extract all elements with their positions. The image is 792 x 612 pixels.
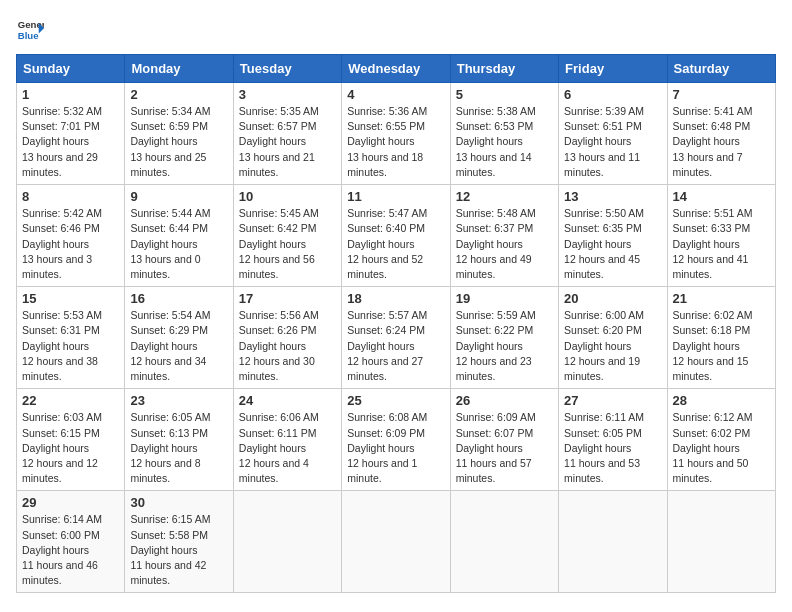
logo: General Blue <box>16 16 44 44</box>
day-info: Sunrise: 6:05 AMSunset: 6:13 PMDaylight … <box>130 410 227 486</box>
day-number: 26 <box>456 393 553 408</box>
calendar-table: SundayMondayTuesdayWednesdayThursdayFrid… <box>16 54 776 593</box>
calendar-cell: 16 Sunrise: 5:54 AMSunset: 6:29 PMDaylig… <box>125 287 233 389</box>
calendar-cell: 24 Sunrise: 6:06 AMSunset: 6:11 PMDaylig… <box>233 389 341 491</box>
day-number: 14 <box>673 189 770 204</box>
day-info: Sunrise: 6:06 AMSunset: 6:11 PMDaylight … <box>239 410 336 486</box>
day-number: 28 <box>673 393 770 408</box>
day-number: 2 <box>130 87 227 102</box>
day-number: 10 <box>239 189 336 204</box>
calendar-cell: 10 Sunrise: 5:45 AMSunset: 6:42 PMDaylig… <box>233 185 341 287</box>
calendar-cell: 1 Sunrise: 5:32 AMSunset: 7:01 PMDayligh… <box>17 83 125 185</box>
weekday-header-row: SundayMondayTuesdayWednesdayThursdayFrid… <box>17 55 776 83</box>
calendar-row-3: 15 Sunrise: 5:53 AMSunset: 6:31 PMDaylig… <box>17 287 776 389</box>
day-number: 13 <box>564 189 661 204</box>
day-info: Sunrise: 6:11 AMSunset: 6:05 PMDaylight … <box>564 410 661 486</box>
calendar-cell: 25 Sunrise: 6:08 AMSunset: 6:09 PMDaylig… <box>342 389 450 491</box>
calendar-cell: 27 Sunrise: 6:11 AMSunset: 6:05 PMDaylig… <box>559 389 667 491</box>
day-number: 21 <box>673 291 770 306</box>
calendar-cell: 29 Sunrise: 6:14 AMSunset: 6:00 PMDaylig… <box>17 491 125 593</box>
calendar-cell: 4 Sunrise: 5:36 AMSunset: 6:55 PMDayligh… <box>342 83 450 185</box>
day-number: 23 <box>130 393 227 408</box>
weekday-header-friday: Friday <box>559 55 667 83</box>
day-info: Sunrise: 5:42 AMSunset: 6:46 PMDaylight … <box>22 206 119 282</box>
day-number: 9 <box>130 189 227 204</box>
day-info: Sunrise: 5:47 AMSunset: 6:40 PMDaylight … <box>347 206 444 282</box>
day-number: 4 <box>347 87 444 102</box>
calendar-cell: 14 Sunrise: 5:51 AMSunset: 6:33 PMDaylig… <box>667 185 775 287</box>
day-info: Sunrise: 6:09 AMSunset: 6:07 PMDaylight … <box>456 410 553 486</box>
day-info: Sunrise: 5:36 AMSunset: 6:55 PMDaylight … <box>347 104 444 180</box>
calendar-cell: 17 Sunrise: 5:56 AMSunset: 6:26 PMDaylig… <box>233 287 341 389</box>
day-number: 20 <box>564 291 661 306</box>
day-number: 1 <box>22 87 119 102</box>
day-info: Sunrise: 5:48 AMSunset: 6:37 PMDaylight … <box>456 206 553 282</box>
day-number: 8 <box>22 189 119 204</box>
calendar-cell <box>342 491 450 593</box>
calendar-row-2: 8 Sunrise: 5:42 AMSunset: 6:46 PMDayligh… <box>17 185 776 287</box>
day-info: Sunrise: 5:50 AMSunset: 6:35 PMDaylight … <box>564 206 661 282</box>
day-info: Sunrise: 6:08 AMSunset: 6:09 PMDaylight … <box>347 410 444 486</box>
day-number: 29 <box>22 495 119 510</box>
day-number: 18 <box>347 291 444 306</box>
day-info: Sunrise: 5:59 AMSunset: 6:22 PMDaylight … <box>456 308 553 384</box>
day-number: 7 <box>673 87 770 102</box>
weekday-header-sunday: Sunday <box>17 55 125 83</box>
calendar-cell: 21 Sunrise: 6:02 AMSunset: 6:18 PMDaylig… <box>667 287 775 389</box>
calendar-cell: 23 Sunrise: 6:05 AMSunset: 6:13 PMDaylig… <box>125 389 233 491</box>
calendar-cell: 22 Sunrise: 6:03 AMSunset: 6:15 PMDaylig… <box>17 389 125 491</box>
page-header: General Blue <box>16 16 776 44</box>
day-info: Sunrise: 5:38 AMSunset: 6:53 PMDaylight … <box>456 104 553 180</box>
day-info: Sunrise: 5:34 AMSunset: 6:59 PMDaylight … <box>130 104 227 180</box>
day-info: Sunrise: 6:02 AMSunset: 6:18 PMDaylight … <box>673 308 770 384</box>
day-number: 3 <box>239 87 336 102</box>
day-number: 6 <box>564 87 661 102</box>
calendar-row-4: 22 Sunrise: 6:03 AMSunset: 6:15 PMDaylig… <box>17 389 776 491</box>
day-info: Sunrise: 5:57 AMSunset: 6:24 PMDaylight … <box>347 308 444 384</box>
day-info: Sunrise: 6:15 AMSunset: 5:58 PMDaylight … <box>130 512 227 588</box>
calendar-cell <box>450 491 558 593</box>
day-number: 24 <box>239 393 336 408</box>
day-info: Sunrise: 6:03 AMSunset: 6:15 PMDaylight … <box>22 410 119 486</box>
calendar-cell <box>667 491 775 593</box>
calendar-cell: 12 Sunrise: 5:48 AMSunset: 6:37 PMDaylig… <box>450 185 558 287</box>
day-info: Sunrise: 5:35 AMSunset: 6:57 PMDaylight … <box>239 104 336 180</box>
weekday-header-monday: Monday <box>125 55 233 83</box>
day-number: 15 <box>22 291 119 306</box>
day-info: Sunrise: 5:41 AMSunset: 6:48 PMDaylight … <box>673 104 770 180</box>
weekday-header-tuesday: Tuesday <box>233 55 341 83</box>
day-number: 19 <box>456 291 553 306</box>
day-number: 17 <box>239 291 336 306</box>
calendar-cell: 5 Sunrise: 5:38 AMSunset: 6:53 PMDayligh… <box>450 83 558 185</box>
day-info: Sunrise: 5:51 AMSunset: 6:33 PMDaylight … <box>673 206 770 282</box>
weekday-header-wednesday: Wednesday <box>342 55 450 83</box>
calendar-cell: 20 Sunrise: 6:00 AMSunset: 6:20 PMDaylig… <box>559 287 667 389</box>
day-info: Sunrise: 6:12 AMSunset: 6:02 PMDaylight … <box>673 410 770 486</box>
calendar-cell: 19 Sunrise: 5:59 AMSunset: 6:22 PMDaylig… <box>450 287 558 389</box>
day-info: Sunrise: 5:32 AMSunset: 7:01 PMDaylight … <box>22 104 119 180</box>
day-number: 25 <box>347 393 444 408</box>
calendar-cell: 28 Sunrise: 6:12 AMSunset: 6:02 PMDaylig… <box>667 389 775 491</box>
day-info: Sunrise: 6:00 AMSunset: 6:20 PMDaylight … <box>564 308 661 384</box>
day-number: 12 <box>456 189 553 204</box>
calendar-cell: 30 Sunrise: 6:15 AMSunset: 5:58 PMDaylig… <box>125 491 233 593</box>
calendar-cell: 6 Sunrise: 5:39 AMSunset: 6:51 PMDayligh… <box>559 83 667 185</box>
calendar-cell <box>559 491 667 593</box>
svg-text:Blue: Blue <box>18 30 39 41</box>
day-number: 22 <box>22 393 119 408</box>
logo-icon: General Blue <box>16 16 44 44</box>
calendar-cell: 8 Sunrise: 5:42 AMSunset: 6:46 PMDayligh… <box>17 185 125 287</box>
day-info: Sunrise: 5:53 AMSunset: 6:31 PMDaylight … <box>22 308 119 384</box>
day-info: Sunrise: 5:45 AMSunset: 6:42 PMDaylight … <box>239 206 336 282</box>
day-info: Sunrise: 5:56 AMSunset: 6:26 PMDaylight … <box>239 308 336 384</box>
weekday-header-thursday: Thursday <box>450 55 558 83</box>
day-number: 27 <box>564 393 661 408</box>
calendar-row-5: 29 Sunrise: 6:14 AMSunset: 6:00 PMDaylig… <box>17 491 776 593</box>
day-info: Sunrise: 5:54 AMSunset: 6:29 PMDaylight … <box>130 308 227 384</box>
calendar-cell: 9 Sunrise: 5:44 AMSunset: 6:44 PMDayligh… <box>125 185 233 287</box>
calendar-cell: 2 Sunrise: 5:34 AMSunset: 6:59 PMDayligh… <box>125 83 233 185</box>
calendar-cell: 11 Sunrise: 5:47 AMSunset: 6:40 PMDaylig… <box>342 185 450 287</box>
day-info: Sunrise: 5:39 AMSunset: 6:51 PMDaylight … <box>564 104 661 180</box>
day-number: 30 <box>130 495 227 510</box>
calendar-cell: 13 Sunrise: 5:50 AMSunset: 6:35 PMDaylig… <box>559 185 667 287</box>
